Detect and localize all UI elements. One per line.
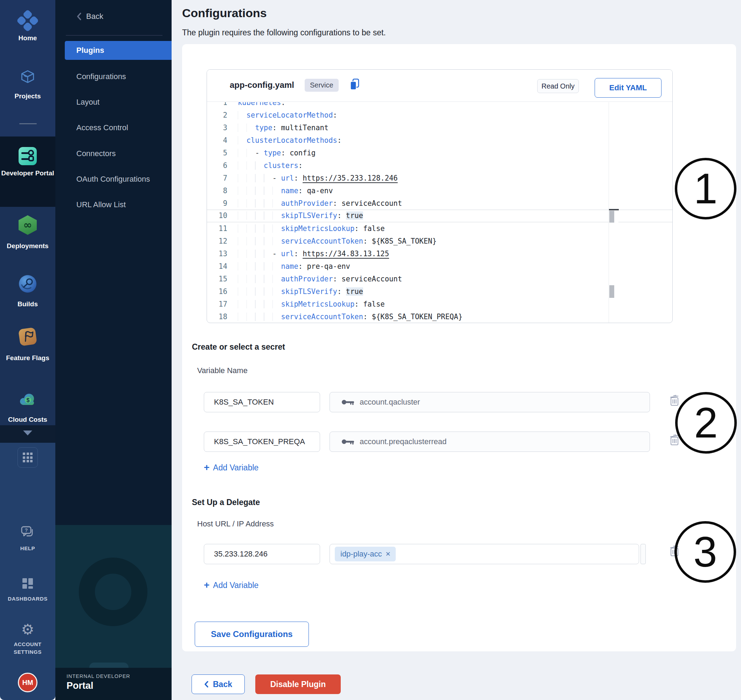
sidebar-item-connectors[interactable]: Connectors	[77, 149, 116, 158]
rail-item-help[interactable]: HELP	[0, 545, 55, 552]
cloud-costs-icon[interactable]: $	[0, 391, 55, 407]
yaml-line: 10 skipTLSVerify: true	[207, 210, 672, 222]
annotation-circle-2: 2	[675, 392, 737, 454]
yaml-line: 7 - url: https://35.233.128.246	[207, 172, 672, 184]
developer-portal-icon[interactable]	[0, 147, 55, 165]
sidebar-artwork: INTERNAL DEVELOPER Portal	[55, 525, 172, 700]
yaml-editor-content: 1kubernetes:2 serviceLocatorMethod:3 typ…	[207, 102, 672, 323]
infinity-icon: ∞	[24, 216, 32, 234]
back-link[interactable]: Back	[77, 12, 103, 21]
save-configurations-button[interactable]: Save Configurations	[195, 622, 309, 647]
delegate-tag[interactable]: idp-play-acc ✕	[335, 547, 396, 562]
yaml-line: 4 clusterLocatorMethods:	[207, 134, 672, 147]
dollar-icon: $	[27, 397, 30, 403]
secret-section-title: Create or select a secret	[192, 342, 285, 352]
yaml-line: 18 serviceAccountToken: ${K8S_SA_TOKEN_P…	[207, 310, 672, 323]
editor-header: app-config.yaml Service Read Only Edit Y…	[207, 70, 672, 102]
yaml-line: 13 - url: https://34.83.13.125	[207, 247, 672, 260]
copy-icon	[349, 78, 361, 91]
sidebar-item-configurations[interactable]: Configurations	[77, 72, 126, 81]
yaml-line: 9 authProvider: serviceAccount	[207, 197, 672, 210]
variable-name-input-1[interactable]	[204, 392, 320, 412]
chevron-down-icon[interactable]	[0, 431, 55, 435]
rail-item-builds[interactable]: Builds	[0, 300, 55, 308]
plugin-sidebar: Back Plugins Configurations Layout Acces…	[55, 0, 172, 700]
module-rail: Home Projects Developer Portal ∞ Deploym…	[0, 0, 55, 700]
yaml-line: 16 skipTLSVerify: true	[207, 285, 672, 298]
rail-item-feature-flags[interactable]: Feature Flags	[0, 353, 55, 362]
yaml-line: 8 name: qa-env	[207, 184, 672, 197]
gear-icon[interactable]: ⚙	[0, 622, 55, 638]
rail-item-account-settings[interactable]: ACCOUNT SETTINGS	[0, 641, 55, 656]
scrollbar-mark	[609, 285, 614, 298]
yaml-line: 2 serviceLocatorMethod:	[207, 109, 672, 121]
delete-variable-button-1[interactable]	[668, 393, 681, 409]
configurations-panel: app-config.yaml Service Read Only Edit Y…	[182, 44, 736, 651]
brand-band: INTERNAL DEVELOPER Portal	[55, 668, 172, 700]
sidebar-item-layout[interactable]: Layout	[77, 98, 99, 107]
yaml-line: 17 skipMetricsLookup: false	[207, 298, 672, 310]
delegate-section-title: Set Up a Delegate	[192, 498, 260, 507]
yaml-line: 14 name: pre-qa-env	[207, 260, 672, 273]
back-button[interactable]: Back	[192, 675, 245, 694]
rail-item-cloud-costs[interactable]: Cloud Costs	[0, 415, 55, 424]
host-url-label: Host URL / IP Address	[197, 519, 274, 528]
secret-select-1[interactable]: account.qacluster	[330, 392, 650, 412]
edit-yaml-button[interactable]: Edit YAML	[595, 78, 661, 98]
rail-item-developer-portal[interactable]: Developer Portal	[0, 169, 55, 178]
chevron-left-icon	[204, 681, 209, 688]
secret-select-2[interactable]: account.preqaclusterread	[330, 432, 650, 452]
plus-icon: +	[204, 580, 209, 590]
chevron-left-icon	[77, 12, 82, 21]
rail-item-home[interactable]: Home	[0, 34, 55, 42]
file-name: app-config.yaml	[230, 80, 294, 90]
disable-plugin-button[interactable]: Disable Plugin	[255, 675, 341, 694]
add-variable-link-delegate[interactable]: + Add Variable	[204, 580, 258, 590]
sidebar-item-oauth-configurations[interactable]: OAuth Configurations	[77, 175, 150, 184]
help-icon[interactable]: ?	[0, 524, 55, 540]
page-title: Configurations	[182, 6, 267, 20]
copy-button[interactable]	[349, 78, 361, 92]
sidebar-item-plugins[interactable]: Plugins	[65, 41, 172, 60]
rail-bottom-section	[0, 443, 55, 700]
cube-icon[interactable]	[0, 69, 55, 85]
plus-icon: +	[204, 463, 209, 472]
service-badge: Service	[305, 79, 339, 92]
annotation-circle-3: 3	[675, 521, 736, 583]
yaml-line: 15 authProvider: serviceAccount	[207, 273, 672, 285]
rail-item-deployments[interactable]: Deployments	[0, 241, 55, 250]
rail-divider	[19, 123, 37, 124]
sidebar-item-url-allow-list[interactable]: URL Allow List	[77, 200, 126, 209]
annotation-circle-1: 1	[675, 158, 737, 219]
yaml-line: 11 skipMetricsLookup: false	[207, 222, 672, 235]
editor-scrollbar[interactable]	[608, 102, 619, 323]
host-url-input[interactable]	[204, 544, 320, 564]
brand-caption: INTERNAL DEVELOPER	[66, 674, 130, 679]
yaml-editor-card: app-config.yaml Service Read Only Edit Y…	[206, 69, 673, 323]
yaml-code-viewer[interactable]: 1kubernetes:2 serviceLocatorMethod:3 typ…	[207, 102, 672, 323]
key-icon	[342, 438, 355, 446]
delegate-tags-field[interactable]: idp-play-acc ✕	[330, 544, 639, 564]
builds-icon[interactable]	[0, 275, 55, 293]
delegate-field-end-cap	[641, 544, 646, 564]
sidebar-item-access-control[interactable]: Access Control	[77, 123, 128, 132]
feature-flags-icon[interactable]	[0, 328, 55, 345]
variable-name-label: Variable Name	[197, 366, 247, 375]
page-subtitle: The plugin requires the following config…	[182, 28, 386, 37]
harness-home-icon[interactable]	[0, 12, 55, 29]
rail-item-dashboards[interactable]: DASHBOARDS	[0, 595, 55, 603]
remove-tag-icon[interactable]: ✕	[386, 550, 391, 558]
variable-name-input-2[interactable]	[204, 432, 320, 452]
scrollbar-thumb[interactable]	[609, 211, 614, 223]
question-icon: ?	[25, 528, 28, 533]
grid-icon	[23, 453, 32, 462]
yaml-line: 1kubernetes:	[207, 102, 672, 109]
avatar[interactable]: HM	[0, 673, 55, 692]
dashboards-icon[interactable]	[0, 576, 55, 591]
deployments-icon[interactable]: ∞	[0, 215, 55, 235]
all-modules-button[interactable]	[0, 447, 55, 468]
app-window: Home Projects Developer Portal ∞ Deploym…	[0, 0, 741, 700]
add-variable-link-secrets[interactable]: + Add Variable	[204, 463, 258, 472]
rail-item-projects[interactable]: Projects	[0, 92, 55, 100]
decorative-ring	[79, 557, 147, 626]
